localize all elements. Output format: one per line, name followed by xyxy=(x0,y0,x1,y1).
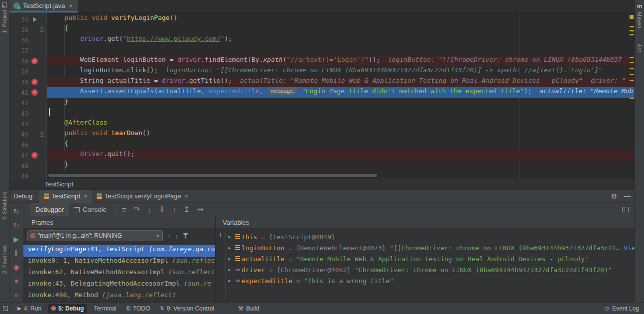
variable-row[interactable]: ▶this = {TestScript@4049} xyxy=(226,231,635,242)
breakpoint-icon[interactable]: ✓ xyxy=(31,58,38,64)
variable-row[interactable]: ▶ooexpectedTitle = "This is a wrong titl… xyxy=(226,275,635,286)
error-stripe-tick[interactable] xyxy=(630,62,634,63)
code-line[interactable]: driver.get("https://www.pcloudy.com/"); xyxy=(47,35,635,45)
code-line[interactable]: { xyxy=(47,140,635,150)
tab-debugger[interactable]: Debugger xyxy=(30,203,69,216)
error-stripe-tick[interactable] xyxy=(630,80,634,81)
add-watch-icon[interactable]: + xyxy=(218,231,222,239)
close-icon[interactable]: × xyxy=(185,192,189,200)
previous-frame-icon[interactable]: ↑ xyxy=(167,232,171,240)
file-status-indicator[interactable] xyxy=(630,15,634,19)
debug-tab-testscript[interactable]: TestScript × xyxy=(39,190,92,203)
error-stripe-tick[interactable] xyxy=(630,68,634,69)
code-line[interactable]: } xyxy=(47,98,635,108)
error-stripe-tick[interactable] xyxy=(630,30,634,31)
force-step-into-icon[interactable]: ⇓ xyxy=(159,205,165,214)
stack-frame[interactable]: verifyLoginPage:41, TestScript (com.fare… xyxy=(23,245,215,257)
stop-icon[interactable]: ■ xyxy=(14,277,18,286)
breakpoint-icon[interactable]: ✓ xyxy=(31,79,38,85)
close-icon[interactable]: × xyxy=(84,192,88,200)
stack-frame[interactable]: invoke:62, NativeMethodAccessorImpl (sun… xyxy=(23,268,215,280)
statusbar-item-terminal[interactable]: Terminal xyxy=(90,304,120,313)
sidebar-item-structure[interactable]: 7: Structure xyxy=(1,192,7,220)
step-into-icon[interactable]: ↓ xyxy=(147,205,151,214)
event-log-button[interactable]: ◷ Event Log xyxy=(605,305,639,312)
view-breakpoints-icon[interactable]: ◉ xyxy=(13,263,19,272)
statusbar-item-4-run[interactable]: ▶4: Run xyxy=(14,304,45,313)
statusbar-item-6-todo[interactable]: 6: TODO xyxy=(123,304,154,313)
error-stripe-tick[interactable] xyxy=(630,26,634,27)
code-line[interactable]: } xyxy=(47,160,635,171)
horizontal-scrollbar[interactable] xyxy=(48,174,377,177)
show-execution-point-icon[interactable]: ≡ xyxy=(122,205,127,214)
rerun-failed-tests-icon[interactable]: ↻ xyxy=(13,221,19,230)
gear-icon[interactable]: ⚙ xyxy=(611,192,617,200)
code-line[interactable] xyxy=(47,108,635,119)
run-test-gutter-icon[interactable] xyxy=(33,17,37,22)
expand-arrow-icon[interactable]: ▶ xyxy=(226,246,234,250)
hide-panel-icon[interactable]: — xyxy=(624,192,631,200)
variable-row[interactable]: ▶loginButton = {RemoteWebElement@4073} "… xyxy=(226,242,635,253)
editor-code[interactable]: public void verifyLoginPage() { driver.g… xyxy=(47,13,635,178)
variable-icon xyxy=(234,234,242,239)
fold-marker-icon[interactable]: − xyxy=(40,27,44,32)
expand-arrow-icon[interactable]: ▶ xyxy=(226,279,234,283)
statusbar-item-5-debug[interactable]: 5: Debug xyxy=(48,304,87,313)
expand-arrow-icon[interactable]: ▶ xyxy=(226,257,234,261)
close-icon[interactable]: × xyxy=(69,2,73,9)
debug-tab-verifyloginpage[interactable]: TestScript.verifyLoginPage × xyxy=(92,190,193,203)
breadcrumb-class[interactable]: TestScript xyxy=(45,180,73,188)
rerun-icon[interactable]: ↻ xyxy=(13,207,19,216)
sidebar-item-project[interactable]: 1: Project xyxy=(1,10,7,33)
toolwindow-corner-icon[interactable] xyxy=(2,2,7,7)
variables-header[interactable]: Variables xyxy=(216,216,635,228)
step-over-icon[interactable]: ↷ xyxy=(134,205,140,214)
code-line[interactable]: @AfterClass xyxy=(47,119,635,129)
step-out-icon[interactable]: ↑ xyxy=(172,205,176,214)
code-line[interactable]: public void tearDown() xyxy=(47,129,635,140)
frames-header[interactable]: Frames xyxy=(23,216,215,228)
code-line[interactable]: driver.quit(); xyxy=(47,150,635,160)
stack-frame[interactable]: invoke0:-1, NativeMethodAccessorImpl (su… xyxy=(23,257,215,268)
sidebar-item-favorites[interactable]: 2: Favorites xyxy=(1,245,7,274)
editor-tab-testscript[interactable]: TestScript.java × xyxy=(9,0,78,12)
expand-arrow-icon[interactable]: ▶ xyxy=(226,268,234,272)
resume-icon[interactable]: ▶ xyxy=(13,235,19,244)
error-stripe-tick[interactable] xyxy=(630,57,634,58)
error-stripe-tick[interactable] xyxy=(630,74,634,75)
sidebar-item-ant[interactable]: Ant xyxy=(637,44,643,52)
code-line[interactable]: public void verifyLoginPage() xyxy=(47,14,635,24)
breakpoint-icon[interactable]: ✓ xyxy=(31,89,38,96)
drop-frame-icon[interactable]: ↥ xyxy=(184,205,190,214)
filter-frames-icon[interactable] xyxy=(183,233,189,239)
code-line[interactable]: { xyxy=(47,24,635,35)
variable-row[interactable]: ▶actualTitle = "Remote Mobile Web & Appl… xyxy=(226,253,635,264)
sidebar-item-maven[interactable]: Maven xyxy=(637,12,643,28)
statusbar-item-build[interactable]: ⚒Build xyxy=(235,304,262,313)
code-segment: .get( xyxy=(104,35,123,42)
variable-row[interactable]: ▶oodriver = {ChromeDriver@4052} "ChromeD… xyxy=(226,264,635,275)
expand-arrow-icon[interactable]: ▶ xyxy=(226,235,234,239)
statusbar-item-9-version-control[interactable]: ⇅9: Version Control xyxy=(156,304,218,313)
code-editor[interactable]: 3435−363738✓3940✓41✓42434445−4647✓4849 p… xyxy=(9,13,635,178)
code-line[interactable] xyxy=(47,45,635,56)
stack-frame[interactable]: invoke:498, Method (java.lang.reflect) xyxy=(23,291,215,302)
tab-console[interactable]: Console xyxy=(69,203,112,216)
toolwindow-switcher-icon[interactable] xyxy=(3,306,8,311)
code-line[interactable]: String actualTitle = driver.getTitle(); … xyxy=(47,77,635,87)
thread-selector-dropdown[interactable]: "main"@1 in g...ain": RUNNING ▼ xyxy=(27,230,163,241)
pause-icon[interactable]: ‖ xyxy=(15,249,18,258)
run-to-cursor-icon[interactable]: ↦ xyxy=(197,205,204,214)
code-line[interactable]: WebElement loginButton = driver.findElem… xyxy=(47,56,635,66)
stack-frame[interactable]: invoke:43, DelegatingMethodAccessorImpl … xyxy=(23,280,215,291)
view-link[interactable]: View xyxy=(624,244,635,252)
more-icon[interactable]: » xyxy=(14,291,18,300)
restore-layout-icon[interactable] xyxy=(622,207,629,212)
error-stripe-tick[interactable] xyxy=(630,34,634,35)
error-stripe-tick[interactable] xyxy=(630,98,634,99)
next-frame-icon[interactable]: ↓ xyxy=(175,232,179,240)
breakpoint-icon[interactable]: ✓ xyxy=(31,152,38,158)
code-line[interactable]: loginButton.click(); loginButton: "[[Chr… xyxy=(47,66,635,77)
fold-marker-icon[interactable]: − xyxy=(40,132,44,137)
code-line[interactable]: Assert.assertEquals(actualTitle, expecte… xyxy=(47,87,635,98)
